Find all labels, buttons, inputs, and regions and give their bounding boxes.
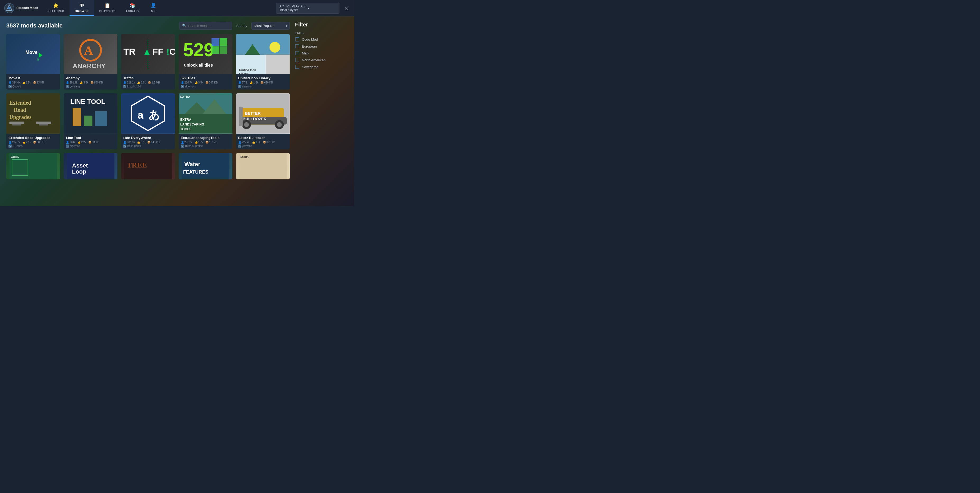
author-icon: 🔧 (181, 144, 184, 148)
mod-stats-529tiles: 👤 214.7k 👍 3.5k 📦 387 KB (181, 81, 230, 84)
search-box[interactable]: 🔍 (179, 22, 232, 30)
stat-subscribers: 👤 214.7k (181, 81, 192, 84)
mod-card-linetool[interactable]: LINE TOOL Line Tool 👤 224k 👍 2.2k 📦 38 K… (64, 93, 118, 149)
content-area: 3537 mods available 🔍 Sort by Most Popul… (0, 16, 354, 206)
mod-card-extraland[interactable]: EXTRA EXTRA LANDSCAPING TOOLS ExtraLands… (179, 93, 232, 149)
mod-author-bulldozer: 🔧 yenyang (238, 144, 288, 148)
mod-name-moveit: Move It (8, 76, 58, 80)
svg-text:Unified Icon: Unified Icon (239, 68, 256, 71)
mod-thumbnail-moveit: Move It (6, 34, 60, 74)
filter-checkbox-european[interactable] (295, 44, 299, 48)
svg-rect-38 (39, 124, 48, 126)
svg-rect-22 (220, 46, 227, 54)
filter-label-north-american: North American (302, 58, 326, 62)
svg-text:FF: FF (153, 46, 163, 57)
filter-item-european[interactable]: European (295, 44, 348, 48)
mod-card-partial4[interactable]: Water FEATURES (179, 153, 232, 179)
mod-author-traffic: 🔧 krzychu124 (123, 85, 173, 88)
svg-text:EXTRA: EXTRA (180, 95, 190, 98)
stat-size: 📦 383 KB (33, 141, 46, 144)
mod-thumbnail-partial3: TREE (121, 153, 175, 179)
mod-author-moveit: 🔧 Quboid (8, 85, 58, 88)
header: Paradox Mods ⭐ FEATURED 👁 BROWSE 📋 PLAYS… (0, 0, 354, 16)
playset-chevron-icon: ▾ (308, 6, 336, 10)
filter-checkbox-code-mod[interactable] (295, 37, 299, 41)
browse-icon: 👁 (79, 3, 84, 8)
close-button[interactable]: ✕ (343, 5, 350, 12)
search-input[interactable] (188, 24, 229, 28)
mod-name-extraland: ExtraLandscapingTools (181, 136, 230, 140)
active-playset-selector[interactable]: ACTIVE PLAYSET: Initial playset ▾ (276, 3, 339, 14)
filter-item-savegame[interactable]: Savegame (295, 65, 348, 69)
filter-item-code-mod[interactable]: Code Mod (295, 37, 348, 41)
mod-thumbnail-partial2: Asset Loop (64, 153, 118, 179)
filter-checkbox-north-american[interactable] (295, 58, 299, 62)
author-icon: 🔧 (66, 144, 69, 148)
tab-me[interactable]: 👤 ME (145, 0, 162, 16)
mod-card-529tiles[interactable]: 529 unlock all tiles 529 Tiles 👤 214 (179, 34, 232, 90)
sort-label: Sort by (236, 24, 247, 28)
mod-info-extended: Extended Road Upgrades 👤 234.7k 👍 2.1k 📦… (6, 134, 60, 149)
mod-info-traffic: Traffic 👤 219.1k 👍 3.6k 📦 1.5 MB 🔧 krzyc… (121, 74, 175, 90)
stat-size: 📦 626 KB (260, 81, 273, 84)
svg-rect-21 (212, 46, 219, 54)
svg-rect-44 (121, 93, 175, 133)
filter-checkbox-map[interactable] (295, 51, 299, 55)
mods-grid: Move It Move It 👤 314.4k 👍 6.5k 📦 93 KB (6, 34, 290, 179)
mod-author-anarchy: 🔧 yenyang (66, 85, 115, 88)
mod-card-extended-road[interactable]: Extended Road Upgrades Extended Road Upg… (6, 93, 60, 149)
stat-subscribers: 👤 224k (66, 141, 75, 144)
mod-card-partial2[interactable]: Asset Loop (64, 153, 118, 179)
svg-text:あ: あ (149, 109, 160, 121)
svg-rect-35 (9, 122, 24, 124)
tab-library[interactable]: 📚 LIBRARY (121, 0, 145, 16)
mod-card-partial3[interactable]: TREE (121, 153, 175, 179)
svg-text:Loop: Loop (72, 168, 86, 175)
mod-card-unified[interactable]: Unified Icon Library Unified Icon Librar… (236, 34, 290, 90)
stat-subscribers: 👤 314.4k (8, 81, 20, 84)
svg-text:Upgrades: Upgrades (9, 114, 32, 120)
mod-name-extended: Extended Road Upgrades (8, 136, 58, 140)
author-icon: 🔧 (8, 85, 12, 88)
tab-browse-label: BROWSE (75, 10, 89, 13)
tab-browse[interactable]: 👁 BROWSE (70, 0, 94, 16)
mod-card-anarchy[interactable]: A ANARCHY Anarchy 👤 291.9k 👍 3.8k 📦 880 … (64, 34, 118, 90)
mod-card-i18n[interactable]: a あ I18n EveryWhere 👤 336.9k 👍 679 📦 640… (121, 93, 175, 149)
svg-rect-20 (220, 38, 227, 46)
svg-text:EXTRA: EXTRA (180, 118, 191, 122)
stat-likes: 👍 679 (137, 141, 145, 144)
me-icon: 👤 (150, 3, 156, 8)
tab-playsets[interactable]: 📋 PLAYSETS (94, 0, 121, 16)
main-panel: 3537 mods available 🔍 Sort by Most Popul… (6, 22, 290, 201)
stat-size: 📦 391 KB (263, 141, 275, 144)
mod-card-partial5[interactable]: EXTRA (236, 153, 290, 179)
mod-info-529tiles: 529 Tiles 👤 214.7k 👍 3.5k 📦 387 KB 🔧 alg… (179, 74, 232, 90)
library-icon: 📚 (130, 3, 136, 8)
tab-featured[interactable]: ⭐ FEATURED (42, 0, 70, 16)
svg-text:TREE: TREE (127, 161, 147, 169)
mod-card-traffic[interactable]: TR ▲ FF ! C Traffic 👤 219.1k 👍 3.6k (121, 34, 175, 90)
mod-card-moveit[interactable]: Move It Move It 👤 314.4k 👍 6.5k 📦 93 KB (6, 34, 60, 90)
svg-text:Water: Water (184, 161, 200, 168)
mod-card-partial1[interactable]: EXTRA (6, 153, 60, 179)
playsets-icon: 📋 (104, 3, 110, 8)
mod-thumbnail-partial5: EXTRA (236, 153, 290, 179)
svg-rect-19 (212, 38, 219, 46)
sort-select[interactable]: Most Popular Newest Most Downloaded Rece… (251, 22, 290, 30)
mod-card-bulldozer[interactable]: BETTER BULLDOZER Better Bulldozer 👤 222.… (236, 93, 290, 149)
mod-thumbnail-unified: Unified Icon Library (236, 34, 290, 74)
svg-marker-4 (38, 52, 43, 58)
mod-info-linetool: Line Tool 👤 224k 👍 2.2k 📦 38 KB 🔧 algern… (64, 134, 118, 149)
filter-item-north-american[interactable]: North American (295, 58, 348, 62)
svg-text:!: ! (167, 46, 169, 57)
filter-item-map[interactable]: Map (295, 51, 348, 55)
mod-stats-extraland: 👤 201.3k 👍 1.7k 📦 1.7 MB (181, 141, 230, 144)
filter-checkbox-savegame[interactable] (295, 65, 299, 69)
stat-likes: 👍 1.5k (250, 81, 258, 84)
stat-subscribers: 👤 291.9k (66, 81, 78, 84)
svg-text:529: 529 (183, 40, 214, 60)
mod-name-unified: Unified Icon Library (238, 76, 288, 80)
stat-likes: 👍 2.1k (22, 141, 31, 144)
tab-library-label: LIBRARY (126, 10, 140, 13)
author-icon: 🔧 (238, 85, 241, 88)
